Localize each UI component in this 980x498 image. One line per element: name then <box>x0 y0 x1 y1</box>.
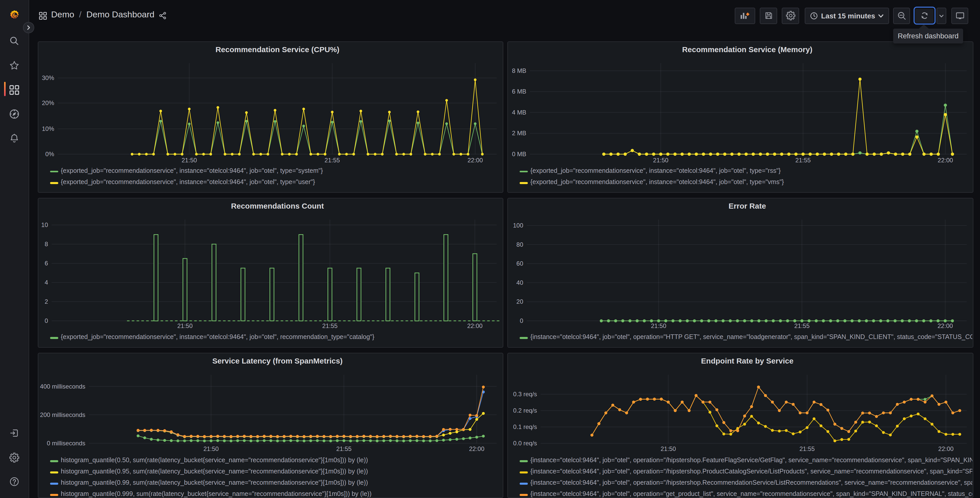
svg-text:2: 2 <box>45 298 48 305</box>
svg-text:4 MB: 4 MB <box>512 109 526 116</box>
svg-text:0.2 req/s: 0.2 req/s <box>513 407 537 414</box>
svg-text:21:55: 21:55 <box>322 322 337 329</box>
svg-text:21:50: 21:50 <box>181 157 197 164</box>
svg-text:8: 8 <box>45 241 48 247</box>
svg-text:21:55: 21:55 <box>794 322 810 329</box>
svg-text:0 milliseconds: 0 milliseconds <box>47 440 85 447</box>
svg-text:0.1 req/s: 0.1 req/s <box>513 423 537 430</box>
svg-text:100: 100 <box>513 222 523 229</box>
svg-text:8 MB: 8 MB <box>512 67 526 74</box>
svg-text:22:00: 22:00 <box>467 322 483 329</box>
svg-text:400 milliseconds: 400 milliseconds <box>40 383 85 390</box>
svg-text:21:50: 21:50 <box>204 445 219 452</box>
svg-text:0: 0 <box>45 317 48 324</box>
svg-text:0: 0 <box>520 317 523 324</box>
svg-text:21:55: 21:55 <box>336 445 352 452</box>
svg-text:20%: 20% <box>42 99 54 106</box>
svg-text:0 MB: 0 MB <box>512 150 526 158</box>
svg-text:22:00: 22:00 <box>938 157 953 164</box>
svg-text:21:55: 21:55 <box>799 445 815 452</box>
svg-text:6: 6 <box>45 260 48 267</box>
svg-text:21:50: 21:50 <box>661 445 676 452</box>
svg-text:30%: 30% <box>42 74 54 81</box>
svg-text:21:50: 21:50 <box>651 322 666 329</box>
svg-text:21:55: 21:55 <box>325 157 340 164</box>
svg-text:22:00: 22:00 <box>469 445 484 452</box>
svg-text:10: 10 <box>41 221 48 228</box>
svg-text:200 milliseconds: 200 milliseconds <box>40 411 85 418</box>
svg-text:21:50: 21:50 <box>177 322 192 329</box>
svg-text:22:00: 22:00 <box>938 322 953 329</box>
svg-text:21:55: 21:55 <box>795 157 811 164</box>
svg-text:10%: 10% <box>42 125 54 132</box>
svg-text:22:00: 22:00 <box>939 445 954 452</box>
svg-text:60: 60 <box>516 260 523 267</box>
svg-text:0.3 req/s: 0.3 req/s <box>513 391 537 397</box>
svg-text:20: 20 <box>516 298 523 305</box>
svg-text:6 MB: 6 MB <box>512 88 526 95</box>
svg-text:4: 4 <box>45 279 48 286</box>
svg-text:0.0 req/s: 0.0 req/s <box>513 440 537 447</box>
svg-text:21:50: 21:50 <box>653 157 668 164</box>
svg-text:22:00: 22:00 <box>468 157 483 164</box>
svg-text:0%: 0% <box>45 150 54 158</box>
svg-text:80: 80 <box>516 241 523 248</box>
svg-text:2 MB: 2 MB <box>512 129 526 137</box>
svg-text:40: 40 <box>516 279 523 286</box>
